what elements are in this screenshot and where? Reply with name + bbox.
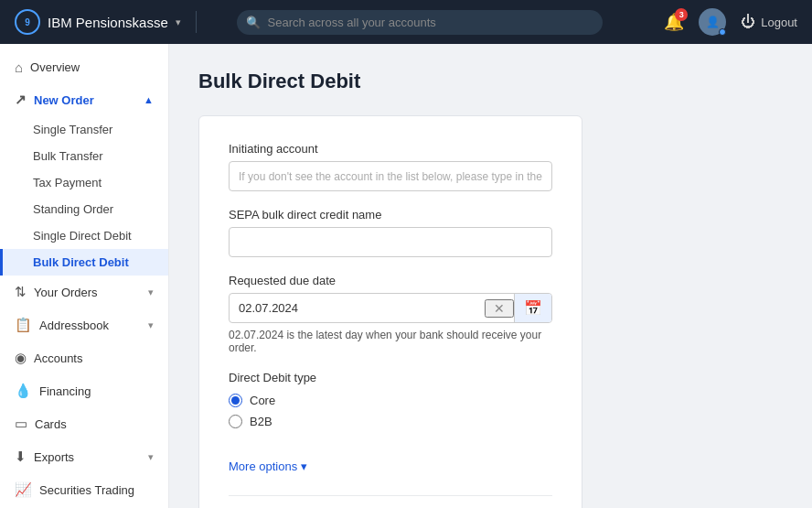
logout-label: Logout — [761, 16, 797, 29]
calendar-icon: 📅 — [524, 299, 542, 317]
cards-icon: ▭ — [15, 416, 27, 432]
logout-icon: ⏻ — [741, 14, 755, 30]
sidebar-item-securities-trading[interactable]: 📈 Securities Trading — [0, 473, 168, 506]
addressbook-chevron-icon: ▾ — [148, 319, 154, 331]
sidebar-item-accounts[interactable]: ◉ Accounts — [0, 341, 168, 374]
logout-button[interactable]: ⏻ Logout — [741, 14, 797, 30]
header: 9 IBM Pensionskasse ▾ 🔍 🔔 3 👤 ⏻ Logout — [0, 0, 812, 44]
arrow-up-right-icon: ↗ — [15, 92, 27, 108]
radio-b2b-label: B2B — [250, 415, 272, 428]
sidebar-securities-label: Securities Trading — [39, 483, 134, 497]
sidebar-item-bulk-transfer[interactable]: Bulk Transfer — [0, 143, 168, 169]
page-title: Bulk Direct Debit — [198, 70, 783, 93]
sidebar-accounts-label: Accounts — [34, 351, 82, 365]
form-footer: Save Save & New Sign — [229, 495, 552, 508]
radio-core-label: Core — [250, 394, 275, 407]
due-date-group: Requested due date ✕ 📅 02.07.2024 is the… — [229, 274, 552, 354]
more-options-button[interactable]: More options ▾ — [229, 459, 307, 473]
your-orders-chevron-icon: ▾ — [148, 286, 154, 298]
search-icon: 🔍 — [246, 16, 261, 29]
accounts-icon: ◉ — [15, 350, 27, 366]
orders-icon: ⇅ — [15, 284, 27, 300]
sidebar-item-single-transfer[interactable]: Single Transfer — [0, 116, 168, 143]
logo[interactable]: 9 IBM Pensionskasse ▾ — [15, 9, 181, 35]
sepa-name-group: SEPA bulk direct credit name — [229, 208, 552, 257]
more-options-chevron-icon: ▾ — [301, 459, 307, 473]
radio-b2b-input[interactable] — [229, 415, 242, 428]
sidebar-new-order-label: New Order — [34, 93, 94, 107]
logo-text: IBM Pensionskasse — [48, 15, 168, 30]
sidebar-overview-label: Overview — [30, 60, 80, 74]
sidebar-addressbook-label: Addressbook — [39, 319, 109, 332]
due-date-input[interactable] — [230, 294, 485, 322]
header-divider — [196, 11, 197, 33]
due-date-calendar-button[interactable]: 📅 — [514, 294, 551, 322]
initiating-account-input[interactable] — [229, 161, 552, 191]
due-date-hint: 02.07.2024 is the latest day when your b… — [229, 329, 552, 354]
addressbook-icon: 📋 — [15, 317, 32, 333]
new-order-chevron-icon: ▲ — [144, 94, 154, 105]
notifications-button[interactable]: 🔔 3 — [664, 12, 684, 32]
sidebar-item-overview[interactable]: ⌂ Overview — [0, 51, 168, 83]
sidebar-item-new-order[interactable]: ↗ New Order ▲ — [0, 83, 168, 116]
main-content: Bulk Direct Debit Initiating account SEP… — [169, 44, 812, 508]
home-icon: ⌂ — [15, 59, 23, 75]
financing-icon: 💧 — [15, 383, 32, 399]
sepa-name-label: SEPA bulk direct credit name — [229, 208, 552, 222]
exports-icon: ⬇ — [15, 449, 27, 465]
sidebar-item-standing-order[interactable]: Standing Order — [0, 196, 168, 222]
sidebar-item-tax-payment[interactable]: Tax Payment — [0, 169, 168, 196]
exports-chevron-icon: ▾ — [148, 451, 154, 463]
securities-icon: 📈 — [15, 481, 32, 498]
due-date-input-row: ✕ 📅 — [229, 293, 552, 323]
more-options-row: More options ▾ — [229, 445, 552, 473]
search-bar: 🔍 — [237, 10, 603, 35]
notification-badge: 3 — [675, 8, 688, 21]
sidebar-item-addressbook[interactable]: 📋 Addressbook ▾ — [0, 308, 168, 341]
sidebar-item-single-direct-debit[interactable]: Single Direct Debit — [0, 222, 168, 249]
sidebar-financing-label: Financing — [39, 384, 91, 398]
logo-chevron-icon: ▾ — [176, 16, 181, 28]
direct-debit-type-group: Direct Debit type Core B2B — [229, 371, 552, 428]
initiating-account-group: Initiating account — [229, 142, 552, 191]
due-date-clear-button[interactable]: ✕ — [485, 299, 514, 318]
sidebar-item-exports[interactable]: ⬇ Exports ▾ — [0, 440, 168, 473]
sidebar-cards-label: Cards — [35, 417, 67, 431]
sidebar-item-cards[interactable]: ▭ Cards — [0, 407, 168, 440]
form-card: Initiating account SEPA bulk direct cred… — [198, 115, 582, 508]
initiating-account-label: Initiating account — [229, 142, 552, 156]
sidebar-item-your-orders[interactable]: ⇅ Your Orders ▾ — [0, 276, 168, 308]
radio-b2b-option[interactable]: B2B — [229, 415, 552, 428]
sidebar: ⌂ Overview ↗ New Order ▲ Single Transfer… — [0, 44, 169, 508]
sidebar-item-financing[interactable]: 💧 Financing — [0, 374, 168, 407]
avatar-status-dot — [719, 28, 726, 36]
due-date-label: Requested due date — [229, 274, 552, 287]
search-input[interactable] — [237, 10, 603, 35]
more-options-label: More options — [229, 459, 297, 473]
header-actions: 🔔 3 👤 ⏻ Logout — [664, 8, 797, 36]
sidebar-exports-label: Exports — [34, 450, 74, 464]
sidebar-item-bulk-direct-debit[interactable]: Bulk Direct Debit — [0, 249, 168, 276]
sidebar-your-orders-label: Your Orders — [34, 286, 98, 299]
direct-debit-type-label: Direct Debit type — [229, 371, 552, 384]
sepa-name-input[interactable] — [229, 227, 552, 257]
avatar-button[interactable]: 👤 — [699, 8, 726, 36]
logo-icon: 9 — [15, 9, 40, 35]
radio-core-option[interactable]: Core — [229, 394, 552, 407]
radio-core-input[interactable] — [229, 394, 242, 407]
